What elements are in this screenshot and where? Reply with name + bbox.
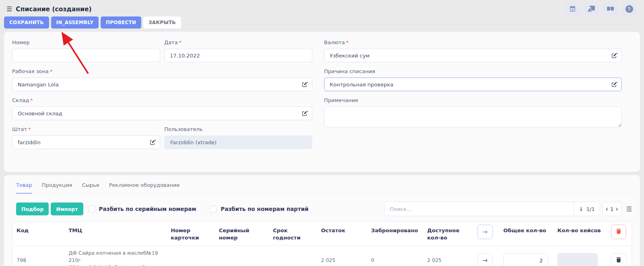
note-textarea[interactable] — [324, 106, 622, 127]
row-tmc-line1: ДФ Сайра копченая в маслеб№19 210г — [68, 250, 167, 264]
import-button[interactable]: Импорт — [51, 203, 83, 215]
currency-input[interactable] — [324, 49, 622, 62]
edit-icon — [612, 82, 617, 88]
in-assembly-button[interactable]: IN_ASSEMBLY — [51, 16, 99, 29]
field-warehouse: Склад* — [12, 97, 312, 120]
header-cases-qty: Кол-во кейсов — [557, 227, 609, 234]
field-writeoff-reason: Причина списания — [324, 68, 622, 91]
items-table: Код ТМЦ Номер карточки Серийный номер Ср… — [12, 221, 632, 266]
cards-button[interactable] — [603, 3, 618, 15]
writeoff-reason-input[interactable] — [324, 78, 622, 91]
close-button[interactable]: ЗАКРЫТЬ — [143, 16, 181, 29]
presentation-icon — [588, 6, 595, 13]
warehouse-input[interactable] — [12, 106, 312, 120]
field-note: Примечание — [324, 97, 622, 129]
pick-button[interactable]: Подбор — [16, 203, 49, 215]
delete-all-button[interactable] — [611, 225, 626, 239]
tab-tovar[interactable]: Товар — [16, 182, 32, 194]
post-button[interactable]: ПРОВЕСТИ — [101, 16, 141, 29]
page-title: Списание (создание) — [16, 6, 91, 13]
currency-edit-button[interactable] — [612, 53, 617, 58]
row-reserved: 0 — [371, 257, 427, 264]
work-zone-edit-button[interactable] — [302, 82, 308, 87]
cards-icon — [607, 6, 614, 12]
split-serial-label: Разбить по серийным номерам — [99, 206, 196, 212]
field-currency: Валюта* — [324, 39, 622, 62]
header-tmc: ТМЦ — [68, 227, 171, 234]
calendar-plus-icon — [570, 6, 576, 13]
header-total-qty: Общее кол-во — [503, 227, 557, 234]
header-icon-buttons: ? — [565, 3, 637, 15]
trash-icon — [616, 257, 621, 264]
staff-input[interactable] — [12, 135, 160, 149]
date-input[interactable] — [164, 49, 312, 62]
work-zone-input[interactable] — [12, 78, 312, 91]
table-row: 798 ДФ Сайра копченая в маслеб№19 210г Л… — [12, 246, 632, 266]
search-input[interactable] — [384, 202, 574, 216]
arrow-right-icon: → — [482, 257, 487, 264]
arrow-right-icon: → — [482, 228, 487, 235]
row-tmc: ДФ Сайра копченая в маслеб№19 210г ЛВК я… — [68, 250, 171, 266]
user-value: Farziddin (xtrade) — [164, 135, 312, 149]
field-number: Номер — [12, 39, 160, 62]
staff-label: Штат — [12, 126, 27, 132]
rows-indicator: ↓ 1/1 — [574, 202, 600, 216]
header-code: Код — [17, 227, 68, 234]
required-mark: * — [28, 126, 31, 132]
prev-page-icon[interactable]: ‹ — [605, 206, 608, 213]
field-user: Пользователь Farziddin (xtrade) — [164, 126, 312, 149]
form-left-column: Номер Дата* Рабочая зона* — [12, 39, 312, 155]
field-date: Дата* — [164, 39, 312, 62]
row-available: 2 025 — [427, 257, 477, 264]
search-group: ↓ 1/1 — [384, 202, 600, 216]
table-toolbar: Подбор Импорт Разбить по серийным номера… — [12, 202, 632, 216]
form-right-column: Валюта* Причина списания Примечание — [324, 39, 622, 155]
writeoff-reason-label: Причина списания — [324, 68, 375, 74]
note-label: Примечание — [324, 97, 358, 103]
row-code: 798 — [17, 257, 68, 264]
form-card: Номер Дата* Рабочая зона* — [4, 32, 640, 172]
items-card: Товар Продукция Сырье Рекламное оборудов… — [4, 175, 640, 266]
date-label: Дата — [164, 39, 178, 45]
save-button[interactable]: СОХРАНИТЬ — [4, 16, 49, 29]
cases-qty-input-disabled — [557, 253, 598, 266]
tab-produkciya[interactable]: Продукция — [42, 182, 72, 194]
pager: ‹ 1 › — [603, 202, 621, 216]
action-button-row: СОХРАНИТЬ IN_ASSEMBLY ПРОВЕСТИ ЗАКРЫТЬ — [4, 16, 644, 29]
warehouse-edit-button[interactable] — [302, 110, 308, 116]
edit-icon — [302, 82, 308, 88]
required-mark: * — [50, 68, 53, 74]
menu-icon[interactable]: ☰ — [6, 6, 12, 12]
edit-icon — [302, 111, 308, 117]
tab-syrye[interactable]: Сырье — [82, 182, 99, 194]
row-tmc-line2: ЛВК ящ1/24" / Доброфлот / Россия — [68, 264, 167, 266]
warehouse-label: Склад — [12, 97, 29, 103]
required-mark: * — [346, 39, 349, 45]
help-button[interactable]: ? — [621, 3, 637, 15]
required-mark: * — [30, 97, 33, 103]
number-input[interactable] — [12, 49, 160, 62]
trash-icon — [616, 228, 621, 235]
delete-row-button[interactable] — [611, 253, 626, 266]
work-zone-label: Рабочая зона — [12, 68, 49, 74]
topbar: ☰ Списание (создание) ? — [0, 0, 644, 14]
field-staff: Штат* — [12, 126, 160, 149]
writeoff-reason-edit-button[interactable] — [612, 82, 617, 87]
transfer-all-button[interactable]: → — [477, 225, 493, 239]
transfer-row-button[interactable]: → — [477, 253, 493, 266]
number-label: Номер — [12, 39, 30, 45]
split-serial-checkbox[interactable] — [88, 206, 95, 213]
tab-reklamnoe-oborudovanie[interactable]: Рекламное оборудование — [109, 182, 180, 194]
presentation-button[interactable] — [584, 3, 599, 15]
split-batch-checkbox-wrap: Разбить по номерам партий — [210, 206, 308, 213]
split-batch-checkbox[interactable] — [210, 206, 217, 213]
toolbar-right: ↓ 1/1 ‹ 1 › ☰ — [384, 202, 632, 216]
total-qty-input[interactable] — [503, 253, 548, 266]
table-header-row: Код ТМЦ Номер карточки Серийный номер Ср… — [12, 222, 632, 246]
download-arrow-icon[interactable]: ↓ — [579, 206, 584, 212]
row-stock: 2 025 — [321, 257, 371, 264]
calendar-plus-button[interactable] — [565, 3, 580, 15]
table-menu-icon[interactable]: ☰ — [626, 205, 632, 213]
staff-edit-button[interactable] — [150, 139, 156, 145]
next-page-icon[interactable]: › — [615, 206, 618, 213]
